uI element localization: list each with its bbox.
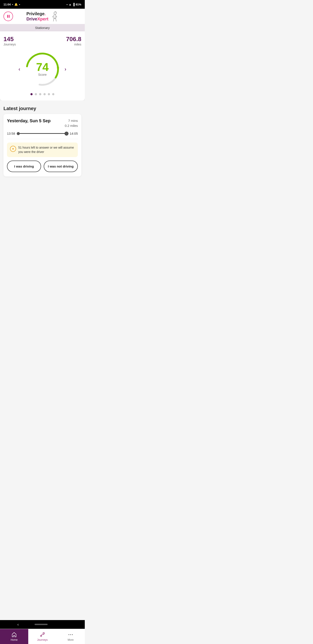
pause-button[interactable] (3, 12, 13, 21)
journey-duration: 7 mins (65, 118, 78, 123)
latest-journey-title: Latest journey (3, 106, 81, 112)
battery-display: 81% (76, 3, 81, 6)
logo-text: Privilege. DriveXpert (26, 11, 48, 22)
was-not-driving-button[interactable]: I was not driving (44, 160, 78, 172)
was-driving-button[interactable]: I was driving (7, 160, 41, 172)
logo-drive: DriveXpert (26, 16, 48, 22)
svg-point-0 (54, 12, 56, 14)
pause-icon (7, 15, 9, 18)
signal-icon: ▐ (73, 3, 74, 6)
next-slide-button[interactable]: › (62, 64, 69, 74)
score-card: 145 Journeys 706.8 miles ‹ 74 Score › (0, 31, 85, 100)
journey-date: Yesterday, Sun 5 Sep (7, 118, 51, 123)
bell-icon: 🔔 (14, 3, 18, 6)
journey-card: Yesterday, Sun 5 Sep 7 mins 0.2 miles 13… (3, 114, 81, 176)
warning-box: 51 hours left to answer or we will assum… (7, 142, 78, 157)
score-section: ‹ 74 Score › (3, 50, 81, 89)
dot-4[interactable] (43, 93, 46, 95)
time-start: 13:58 (7, 132, 16, 135)
miles-count: 706.8 (66, 36, 81, 43)
warning-icon (10, 146, 16, 152)
dot-6[interactable] (52, 93, 54, 95)
wifi-icon: ▲ (69, 3, 71, 6)
timeline-end-dot (64, 132, 68, 136)
journeys-count: 145 (3, 36, 16, 43)
journey-miles: 0.2 miles (65, 123, 78, 128)
status-right: • ▲ ▐ 81% (66, 3, 81, 6)
journeys-label: Journeys (3, 43, 16, 46)
dot-icon: • (19, 3, 20, 6)
miles-label: miles (66, 43, 81, 46)
app-header: Privilege. DriveXpert (0, 9, 85, 24)
warning-text: 51 hours left to answer or we will assum… (18, 146, 75, 154)
timeline-track (18, 133, 66, 134)
notification-icon: ▪ (12, 3, 13, 6)
time-display: 11:04 (3, 3, 11, 6)
prev-slide-button[interactable]: ‹ (16, 64, 23, 74)
gauge-score-value: 74 (36, 61, 49, 73)
status-band: Stationary (0, 24, 85, 31)
score-gauge: 74 Score (23, 50, 62, 89)
journeys-stat: 145 Journeys (3, 36, 16, 46)
journey-timeline: 13:58 14:05 (7, 132, 78, 139)
status-left: 11:04 ▪ 🔔 • (3, 3, 20, 6)
logo-privilege: Privilege. (26, 11, 48, 16)
gauge-text: 74 Score (36, 61, 49, 76)
dot-2[interactable] (35, 93, 37, 95)
logo-figure-icon (49, 11, 58, 22)
miles-stat: 706.8 miles (66, 36, 81, 46)
status-bar: 11:04 ▪ 🔔 • • ▲ ▐ 81% (0, 0, 85, 9)
latest-journey-section: Latest journey Yesterday, Sun 5 Sep 7 mi… (0, 100, 85, 179)
carousel-dots (3, 93, 81, 95)
journey-meta: 7 mins 0.2 miles (65, 118, 78, 128)
logo: Privilege. DriveXpert (26, 11, 58, 22)
dot-5[interactable] (48, 93, 50, 95)
dot-3[interactable] (39, 93, 41, 95)
timeline-start-dot (17, 132, 20, 135)
action-buttons: I was driving I was not driving (7, 160, 78, 172)
dot-icon-right: • (66, 3, 68, 6)
dot-1[interactable] (30, 93, 33, 95)
status-label: Stationary (35, 26, 50, 30)
time-end: 14:05 (68, 132, 78, 135)
score-stats: 145 Journeys 706.8 miles (3, 36, 81, 46)
journey-header: Yesterday, Sun 5 Sep 7 mins 0.2 miles (7, 118, 78, 128)
